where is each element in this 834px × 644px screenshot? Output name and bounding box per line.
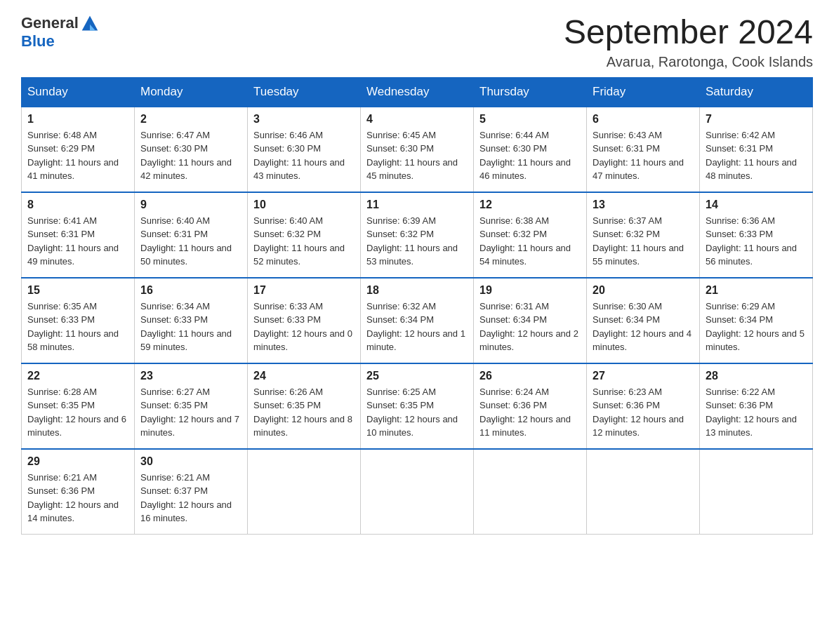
day-number: 21 [706, 284, 807, 297]
calendar-day-22: 22Sunrise: 6:28 AMSunset: 6:35 PMDayligh… [22, 363, 135, 449]
day-info: Sunrise: 6:36 AMSunset: 6:33 PMDaylight:… [706, 214, 807, 269]
empty-cell [700, 449, 813, 535]
calendar-day-10: 10Sunrise: 6:40 AMSunset: 6:32 PMDayligh… [248, 192, 361, 278]
logo-general-text: General [21, 14, 79, 32]
calendar-day-20: 20Sunrise: 6:30 AMSunset: 6:34 PMDayligh… [587, 278, 700, 363]
day-number: 28 [706, 370, 807, 382]
day-number: 26 [479, 370, 581, 382]
calendar-header-row: SundayMondayTuesdayWednesdayThursdayFrid… [22, 77, 813, 107]
day-info: Sunrise: 6:44 AMSunset: 6:30 PMDaylight:… [479, 128, 581, 183]
day-number: 7 [706, 113, 807, 126]
calendar-day-14: 14Sunrise: 6:36 AMSunset: 6:33 PMDayligh… [700, 192, 813, 278]
day-info: Sunrise: 6:45 AMSunset: 6:30 PMDaylight:… [366, 128, 468, 183]
page-header: GeneralBlue September 2024 Avarua, Rarot… [21, 14, 813, 70]
day-info: Sunrise: 6:27 AMSunset: 6:35 PMDaylight:… [140, 385, 241, 440]
calendar-day-7: 7Sunrise: 6:42 AMSunset: 6:31 PMDaylight… [700, 107, 813, 192]
calendar-day-13: 13Sunrise: 6:37 AMSunset: 6:32 PMDayligh… [587, 192, 700, 278]
day-info: Sunrise: 6:23 AMSunset: 6:36 PMDaylight:… [593, 385, 694, 440]
calendar-day-25: 25Sunrise: 6:25 AMSunset: 6:35 PMDayligh… [361, 363, 474, 449]
logo-icon [81, 14, 99, 32]
calendar-day-21: 21Sunrise: 6:29 AMSunset: 6:34 PMDayligh… [700, 278, 813, 363]
day-info: Sunrise: 6:46 AMSunset: 6:30 PMDaylight:… [253, 128, 355, 183]
day-info: Sunrise: 6:31 AMSunset: 6:34 PMDaylight:… [479, 300, 581, 354]
day-number: 18 [366, 284, 468, 297]
month-year-title: September 2024 [564, 14, 813, 51]
day-info: Sunrise: 6:35 AMSunset: 6:33 PMDaylight:… [27, 300, 128, 354]
empty-cell [474, 449, 587, 535]
calendar-day-6: 6Sunrise: 6:43 AMSunset: 6:31 PMDaylight… [587, 107, 700, 192]
day-info: Sunrise: 6:43 AMSunset: 6:31 PMDaylight:… [593, 128, 694, 183]
calendar-day-24: 24Sunrise: 6:26 AMSunset: 6:35 PMDayligh… [248, 363, 361, 449]
calendar-header-wednesday: Wednesday [361, 77, 474, 107]
day-info: Sunrise: 6:42 AMSunset: 6:31 PMDaylight:… [706, 128, 807, 183]
day-info: Sunrise: 6:33 AMSunset: 6:33 PMDaylight:… [253, 300, 355, 354]
day-number: 22 [27, 370, 128, 382]
day-number: 13 [593, 199, 694, 211]
day-info: Sunrise: 6:26 AMSunset: 6:35 PMDaylight:… [253, 385, 355, 440]
day-info: Sunrise: 6:29 AMSunset: 6:34 PMDaylight:… [706, 300, 807, 354]
calendar-day-3: 3Sunrise: 6:46 AMSunset: 6:30 PMDaylight… [248, 107, 361, 192]
day-number: 5 [479, 113, 581, 126]
day-info: Sunrise: 6:40 AMSunset: 6:31 PMDaylight:… [140, 214, 241, 269]
day-info: Sunrise: 6:34 AMSunset: 6:33 PMDaylight:… [140, 300, 241, 354]
empty-cell [587, 449, 700, 535]
day-number: 24 [253, 370, 355, 382]
calendar-day-15: 15Sunrise: 6:35 AMSunset: 6:33 PMDayligh… [22, 278, 135, 363]
calendar-day-19: 19Sunrise: 6:31 AMSunset: 6:34 PMDayligh… [474, 278, 587, 363]
location-subtitle: Avarua, Rarotonga, Cook Islands [564, 54, 813, 70]
day-number: 11 [366, 199, 468, 211]
day-info: Sunrise: 6:47 AMSunset: 6:30 PMDaylight:… [140, 128, 241, 183]
empty-cell [361, 449, 474, 535]
calendar-header-saturday: Saturday [700, 77, 813, 107]
day-number: 3 [253, 113, 355, 126]
day-info: Sunrise: 6:21 AMSunset: 6:37 PMDaylight:… [140, 471, 241, 525]
day-info: Sunrise: 6:37 AMSunset: 6:32 PMDaylight:… [593, 214, 694, 269]
calendar-day-5: 5Sunrise: 6:44 AMSunset: 6:30 PMDaylight… [474, 107, 587, 192]
day-number: 29 [27, 455, 128, 468]
day-number: 30 [140, 455, 241, 468]
day-number: 1 [27, 113, 128, 126]
calendar-header-tuesday: Tuesday [248, 77, 361, 107]
day-number: 23 [140, 370, 241, 382]
logo: GeneralBlue [21, 14, 99, 51]
day-number: 14 [706, 199, 807, 211]
calendar-day-23: 23Sunrise: 6:27 AMSunset: 6:35 PMDayligh… [135, 363, 248, 449]
calendar-day-9: 9Sunrise: 6:40 AMSunset: 6:31 PMDaylight… [135, 192, 248, 278]
day-number: 8 [27, 199, 128, 211]
day-info: Sunrise: 6:48 AMSunset: 6:29 PMDaylight:… [27, 128, 128, 183]
calendar-header-friday: Friday [587, 77, 700, 107]
calendar-day-4: 4Sunrise: 6:45 AMSunset: 6:30 PMDaylight… [361, 107, 474, 192]
calendar-day-16: 16Sunrise: 6:34 AMSunset: 6:33 PMDayligh… [135, 278, 248, 363]
day-info: Sunrise: 6:32 AMSunset: 6:34 PMDaylight:… [366, 300, 468, 354]
day-number: 27 [593, 370, 694, 382]
calendar-day-17: 17Sunrise: 6:33 AMSunset: 6:33 PMDayligh… [248, 278, 361, 363]
day-number: 17 [253, 284, 355, 297]
calendar-header-thursday: Thursday [474, 77, 587, 107]
calendar-day-29: 29Sunrise: 6:21 AMSunset: 6:36 PMDayligh… [22, 449, 135, 535]
day-info: Sunrise: 6:21 AMSunset: 6:36 PMDaylight:… [27, 471, 128, 525]
calendar-header-monday: Monday [135, 77, 248, 107]
week-row-2: 8Sunrise: 6:41 AMSunset: 6:31 PMDaylight… [22, 192, 813, 278]
day-info: Sunrise: 6:41 AMSunset: 6:31 PMDaylight:… [27, 214, 128, 269]
week-row-5: 29Sunrise: 6:21 AMSunset: 6:36 PMDayligh… [22, 449, 813, 535]
day-number: 10 [253, 199, 355, 211]
day-number: 12 [479, 199, 581, 211]
day-info: Sunrise: 6:38 AMSunset: 6:32 PMDaylight:… [479, 214, 581, 269]
day-number: 6 [593, 113, 694, 126]
day-number: 25 [366, 370, 468, 382]
day-info: Sunrise: 6:30 AMSunset: 6:34 PMDaylight:… [593, 300, 694, 354]
calendar-day-27: 27Sunrise: 6:23 AMSunset: 6:36 PMDayligh… [587, 363, 700, 449]
day-number: 15 [27, 284, 128, 297]
week-row-4: 22Sunrise: 6:28 AMSunset: 6:35 PMDayligh… [22, 363, 813, 449]
calendar-day-12: 12Sunrise: 6:38 AMSunset: 6:32 PMDayligh… [474, 192, 587, 278]
calendar-table: SundayMondayTuesdayWednesdayThursdayFrid… [21, 77, 813, 535]
calendar-day-18: 18Sunrise: 6:32 AMSunset: 6:34 PMDayligh… [361, 278, 474, 363]
day-number: 20 [593, 284, 694, 297]
day-number: 4 [366, 113, 468, 126]
logo-blue-text: Blue [21, 32, 55, 51]
week-row-3: 15Sunrise: 6:35 AMSunset: 6:33 PMDayligh… [22, 278, 813, 363]
calendar-day-11: 11Sunrise: 6:39 AMSunset: 6:32 PMDayligh… [361, 192, 474, 278]
calendar-day-26: 26Sunrise: 6:24 AMSunset: 6:36 PMDayligh… [474, 363, 587, 449]
week-row-1: 1Sunrise: 6:48 AMSunset: 6:29 PMDaylight… [22, 107, 813, 192]
day-info: Sunrise: 6:22 AMSunset: 6:36 PMDaylight:… [706, 385, 807, 440]
